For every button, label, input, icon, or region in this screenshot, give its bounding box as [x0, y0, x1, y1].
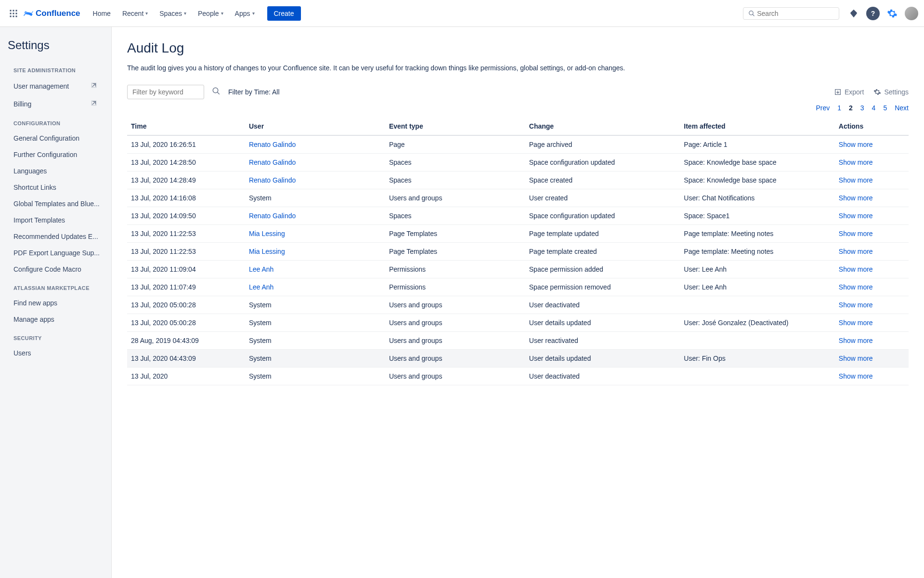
show-more-link[interactable]: Show more: [839, 158, 873, 166]
show-more-link[interactable]: Show more: [839, 319, 873, 327]
cell-user[interactable]: Renato Galindo: [245, 135, 385, 154]
search-icon: [212, 87, 221, 95]
user-link[interactable]: Lee Anh: [249, 265, 273, 273]
nav-item-recent[interactable]: Recent▾: [117, 7, 153, 20]
svg-rect-8: [16, 15, 17, 17]
sidebar-item[interactable]: PDF Export Language Sup...: [0, 245, 111, 261]
show-more-link[interactable]: Show more: [839, 194, 873, 202]
gear-icon: [873, 88, 881, 96]
sidebar-item[interactable]: General Configuration: [0, 130, 111, 146]
cell-actions: Show more: [835, 135, 909, 154]
show-more-link[interactable]: Show more: [839, 176, 873, 184]
chevron-down-icon: ▾: [145, 11, 148, 16]
user-link[interactable]: Lee Anh: [249, 283, 273, 291]
user-link[interactable]: Renato Galindo: [249, 212, 296, 220]
show-more-link[interactable]: Show more: [839, 355, 873, 362]
cell-user[interactable]: Lee Anh: [245, 278, 385, 296]
page-link[interactable]: 5: [883, 104, 887, 112]
show-more-link[interactable]: Show more: [839, 248, 873, 255]
settings-button[interactable]: Settings: [873, 88, 909, 96]
page-link[interactable]: 4: [872, 104, 876, 112]
filter-keyword-input[interactable]: [127, 85, 204, 99]
help-icon[interactable]: ?: [866, 7, 880, 20]
sidebar-item[interactable]: Shortcut Links: [0, 179, 111, 196]
sidebar-item[interactable]: Manage apps: [0, 311, 111, 328]
notifications-icon[interactable]: [847, 7, 860, 20]
sidebar-item[interactable]: Find new apps: [0, 295, 111, 311]
chevron-down-icon: ▾: [184, 11, 186, 16]
cell-event: Permissions: [385, 278, 525, 296]
user-link[interactable]: Renato Galindo: [249, 176, 296, 184]
show-more-link[interactable]: Show more: [839, 212, 873, 220]
sidebar-item-label: General Configuration: [13, 134, 79, 142]
page-link[interactable]: 1: [837, 104, 841, 112]
show-more-link[interactable]: Show more: [839, 301, 873, 309]
cell-event: Users and groups: [385, 367, 525, 385]
chevron-down-icon: ▾: [252, 11, 255, 16]
page-link[interactable]: Next: [895, 104, 909, 112]
cell-user[interactable]: Mia Lessing: [245, 242, 385, 260]
search-input[interactable]: [757, 10, 834, 17]
nav-item-apps[interactable]: Apps▾: [230, 7, 260, 20]
cell-actions: Show more: [835, 224, 909, 242]
sidebar-item[interactable]: Further Configuration: [0, 146, 111, 163]
cell-user[interactable]: Mia Lessing: [245, 224, 385, 242]
export-button[interactable]: Export: [834, 88, 864, 96]
settings-gear-icon[interactable]: [885, 7, 899, 20]
sidebar-group-label: SECURITY: [0, 328, 111, 345]
show-more-link[interactable]: Show more: [839, 283, 873, 291]
cell-event: Page Templates: [385, 242, 525, 260]
cell-change: Space configuration updated: [525, 153, 680, 171]
confluence-logo[interactable]: Confluence: [23, 8, 80, 19]
user-link[interactable]: Mia Lessing: [249, 230, 285, 237]
cell-user[interactable]: Renato Galindo: [245, 171, 385, 189]
cell-event: Spaces: [385, 207, 525, 224]
show-more-link[interactable]: Show more: [839, 265, 873, 273]
table-row: 13 Jul, 2020 11:22:53Mia LessingPage Tem…: [127, 242, 909, 260]
column-header: User: [245, 118, 385, 135]
show-more-link[interactable]: Show more: [839, 337, 873, 344]
sidebar-group-label: ATLASSIAN MARKETPLACE: [0, 277, 111, 295]
nav-item-spaces[interactable]: Spaces▾: [155, 7, 191, 20]
sidebar-item[interactable]: Import Templates: [0, 212, 111, 228]
filter-time-dropdown[interactable]: Filter by Time: All: [228, 88, 280, 96]
sidebar-item[interactable]: Languages: [0, 163, 111, 179]
create-button[interactable]: Create: [267, 6, 301, 21]
user-link[interactable]: Renato Galindo: [249, 141, 296, 148]
cell-user[interactable]: Renato Galindo: [245, 153, 385, 171]
cell-event: Permissions: [385, 260, 525, 278]
app-switcher-icon[interactable]: [6, 6, 21, 21]
show-more-link[interactable]: Show more: [839, 141, 873, 148]
sidebar-item[interactable]: Recommended Updates E...: [0, 228, 111, 245]
sidebar-item-label: Languages: [13, 167, 47, 175]
nav-item-people[interactable]: People▾: [193, 7, 228, 20]
nav-item-home[interactable]: Home: [88, 7, 116, 20]
page-link[interactable]: 3: [860, 104, 864, 112]
page-link[interactable]: Prev: [816, 104, 830, 112]
cell-item: [680, 367, 835, 385]
user-link[interactable]: Mia Lessing: [249, 248, 285, 255]
user-avatar[interactable]: [905, 7, 918, 20]
cell-actions: Show more: [835, 367, 909, 385]
sidebar-item[interactable]: User management: [0, 77, 111, 95]
sidebar-item-label: Billing: [13, 100, 31, 108]
filter-search-button[interactable]: [212, 87, 221, 97]
cell-event: Users and groups: [385, 349, 525, 367]
sidebar-item[interactable]: Billing: [0, 95, 111, 113]
top-icons: ?: [847, 7, 918, 20]
search-box[interactable]: [743, 7, 839, 20]
cell-time: 13 Jul, 2020 14:16:08: [127, 189, 245, 207]
table-row: 13 Jul, 2020 05:00:28SystemUsers and gro…: [127, 296, 909, 314]
cell-user[interactable]: Renato Galindo: [245, 207, 385, 224]
show-more-link[interactable]: Show more: [839, 372, 873, 380]
show-more-link[interactable]: Show more: [839, 230, 873, 237]
sidebar-item[interactable]: Global Templates and Blue...: [0, 196, 111, 212]
sidebar-item-label: Further Configuration: [13, 151, 77, 158]
search-icon: [748, 10, 755, 17]
cell-change: User deactivated: [525, 296, 680, 314]
sidebar-item[interactable]: Configure Code Macro: [0, 261, 111, 277]
cell-user[interactable]: Lee Anh: [245, 260, 385, 278]
sidebar-item[interactable]: Users: [0, 345, 111, 361]
cell-time: 13 Jul, 2020 14:09:50: [127, 207, 245, 224]
user-link[interactable]: Renato Galindo: [249, 158, 296, 166]
